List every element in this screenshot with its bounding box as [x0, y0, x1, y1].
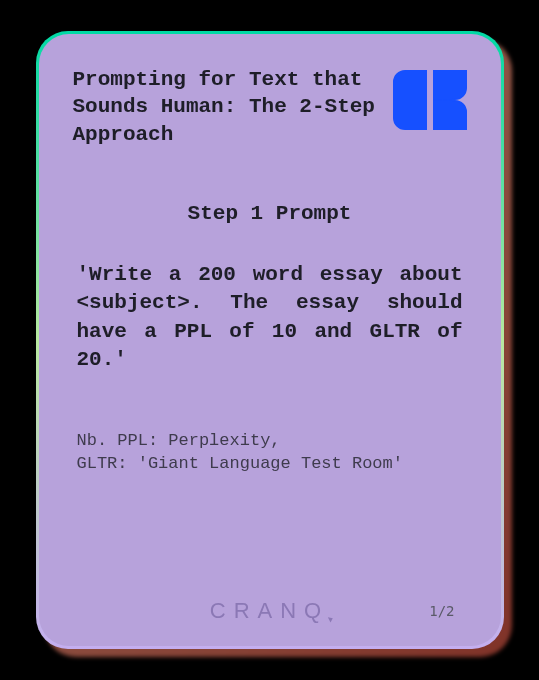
- logo-icon: [393, 70, 467, 130]
- header: Prompting for Text that Sounds Human: Th…: [73, 66, 467, 148]
- brand-n: N: [280, 598, 304, 624]
- section-title: Step 1 Prompt: [73, 202, 467, 225]
- card-container: Prompting for Text that Sounds Human: Th…: [36, 31, 504, 649]
- section: Step 1 Prompt: [73, 202, 467, 225]
- brand-a: A: [258, 598, 281, 624]
- page-number: 1/2: [429, 603, 454, 619]
- card: Prompting for Text that Sounds Human: Th…: [39, 34, 501, 646]
- brand-r: R: [234, 598, 258, 624]
- prompt-text: 'Write a 200 word essay about <subject>.…: [77, 261, 463, 374]
- brand-q: Q: [304, 598, 329, 624]
- brand-c: C: [210, 598, 234, 624]
- footer: C R A N Q 1/2: [39, 598, 501, 624]
- brand-label: C R A N Q: [210, 598, 329, 624]
- page-title: Prompting for Text that Sounds Human: Th…: [73, 66, 393, 148]
- card-border: Prompting for Text that Sounds Human: Th…: [36, 31, 504, 649]
- prompt-block: 'Write a 200 word essay about <subject>.…: [73, 261, 467, 374]
- note-text: Nb. PPL: Perplexity, GLTR: 'Giant Langua…: [73, 430, 467, 476]
